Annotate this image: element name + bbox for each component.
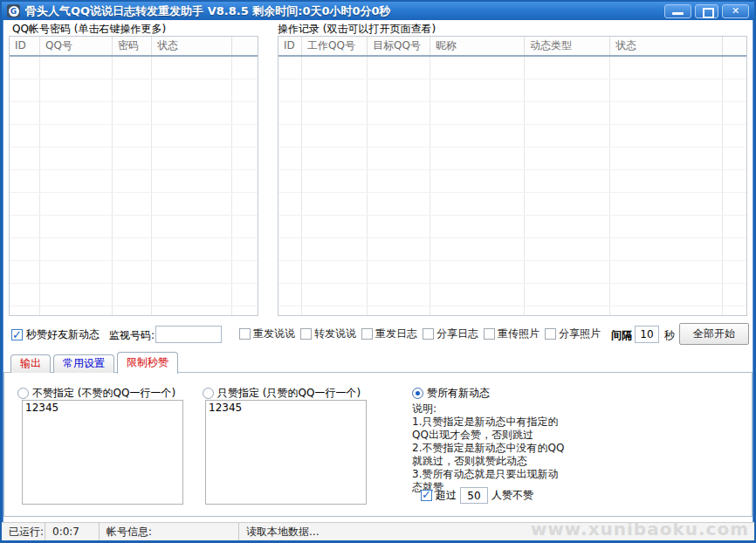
table-row[interactable] [10,284,258,306]
monitor-number-input[interactable] [155,326,222,343]
records-table-body[interactable] [278,57,746,316]
table-row[interactable] [278,170,746,193]
task-checkbox-item[interactable]: 重发说说 [239,326,300,341]
records-panel-title: 操作记录 (双击可以打开页面查看) [278,22,436,37]
table-row[interactable] [278,261,746,284]
like-all-radio[interactable] [412,388,423,399]
close-button[interactable] [722,4,749,18]
over-limit-input[interactable] [460,487,488,504]
table-cell [610,102,723,124]
instant-like-checkbox[interactable] [11,329,23,340]
task-checkbox-label: 重发说说 [253,326,295,341]
column-header[interactable]: ID [10,37,40,55]
table-row[interactable] [278,193,746,216]
table-cell [113,148,152,169]
table-cell [302,193,368,215]
column-header[interactable]: QQ号 [40,37,113,55]
column-header[interactable]: 状态 [152,37,232,55]
only-like-radio-option[interactable]: 只赞指定 (只赞的QQ一行一个) [203,386,361,401]
tab-output[interactable]: 输出 [10,354,51,373]
table-cell [430,306,525,316]
table-row[interactable] [10,57,258,79]
checkbox-icon[interactable] [423,328,434,340]
table-row[interactable] [278,148,746,170]
column-header[interactable]: ID [278,37,302,55]
table-row[interactable] [278,306,746,316]
table-cell [430,148,525,169]
table-cell [113,238,152,260]
only-like-list-textarea[interactable]: 12345 [205,400,367,505]
task-checkbox-item[interactable]: 转发说说 [300,326,361,341]
no-like-list-textarea[interactable]: 12345 [22,400,183,505]
no-like-radio[interactable] [17,388,29,399]
task-checkbox-item[interactable]: 重发日志 [361,326,423,341]
task-checkbox-item[interactable]: 分享日志 [423,326,484,341]
column-header[interactable]: 密码 [113,37,152,55]
table-row[interactable] [10,125,258,148]
table-row[interactable] [278,216,746,238]
table-row[interactable] [278,57,746,79]
checkbox-icon[interactable] [239,328,251,340]
checkbox-icon[interactable] [361,328,373,340]
checkbox-icon[interactable] [545,328,556,340]
table-row[interactable] [278,125,746,148]
accounts-table[interactable]: IDQQ号密码状态 [9,36,258,316]
column-header[interactable]: 动态类型 [525,37,610,55]
table-cell [278,238,302,260]
table-cell [152,261,232,283]
checkbox-icon[interactable] [484,328,495,340]
table-row[interactable] [10,216,258,238]
column-header[interactable] [723,37,746,55]
table-row[interactable] [10,306,258,316]
task-checkbox-item[interactable]: 分享照片 [545,326,606,341]
column-header[interactable]: 状态 [610,37,723,55]
task-checkbox-item[interactable]: 重传照片 [484,326,545,341]
table-row[interactable] [10,261,258,284]
table-cell [278,57,302,79]
tab-common-settings[interactable]: 常用设置 [53,354,114,373]
runtime-value: 0:0:7 [45,523,100,540]
table-cell [610,284,723,306]
column-header[interactable] [232,37,258,55]
no-like-radio-option[interactable]: 不赞指定 (不赞的QQ一行一个) [17,386,175,401]
table-row[interactable] [278,284,746,306]
table-cell [430,125,525,147]
table-cell [368,170,430,192]
table-cell [152,284,232,306]
table-cell [368,102,430,124]
table-cell [113,193,152,215]
table-row[interactable] [10,238,258,261]
table-cell [152,238,232,260]
table-row[interactable] [278,79,746,102]
instant-like-option[interactable]: 秒赞好友新动态 [11,326,100,342]
over-limit-checkbox[interactable] [421,490,432,501]
table-row[interactable] [10,79,258,102]
only-like-radio[interactable] [203,388,214,399]
window-title: 骨头人气QQ说说日志转发重发助手 V8.8.5 剩余时间:0天0小时0分0秒 [25,3,391,19]
checkbox-icon[interactable] [300,328,312,340]
column-header[interactable]: 工作QQ号 [302,37,368,55]
app-icon: G [7,4,20,17]
column-header[interactable]: 昵称 [430,37,525,55]
table-cell [113,170,152,192]
table-cell [525,57,610,79]
accounts-table-body[interactable] [10,57,258,316]
table-cell [302,261,368,283]
tab-limit-like[interactable]: 限制秒赞 [117,352,178,374]
records-table[interactable]: ID工作QQ号目标QQ号昵称动态类型状态 [278,36,747,316]
table-row[interactable] [278,238,746,261]
table-row[interactable] [278,102,746,125]
table-row[interactable] [10,148,258,170]
maximize-button[interactable] [695,4,718,18]
start-all-button[interactable]: 全部开始 [679,323,749,345]
table-cell [368,261,430,283]
table-row[interactable] [10,193,258,216]
table-cell [232,148,258,169]
tab-bar: 输出常用设置限制秒赞 [10,351,178,373]
minimize-button[interactable] [664,4,691,18]
table-row[interactable] [10,102,258,125]
interval-input[interactable] [635,326,659,343]
column-header[interactable]: 目标QQ号 [368,37,430,55]
table-row[interactable] [10,170,258,193]
like-all-radio-option[interactable]: 赞所有新动态 [412,386,490,401]
